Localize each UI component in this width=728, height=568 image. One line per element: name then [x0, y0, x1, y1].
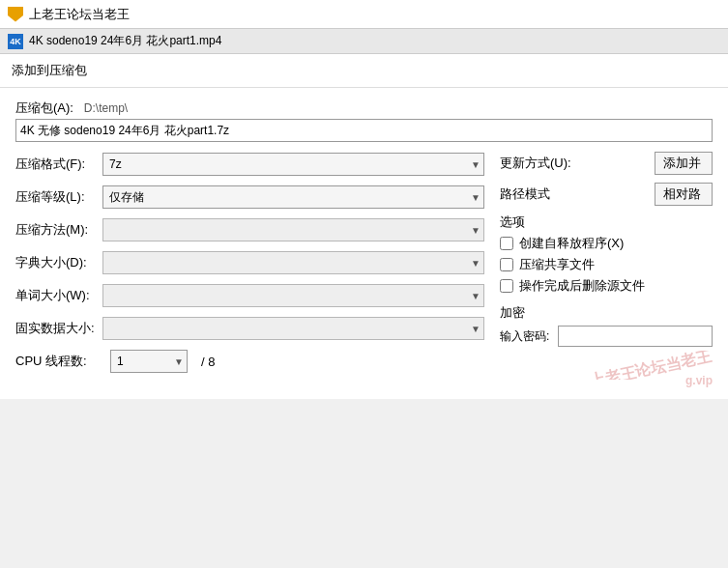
option-delete-source-label: 操作完成后删除源文件 [519, 277, 645, 295]
path-mode-value[interactable]: 相对路 [655, 183, 713, 206]
solid-select-wrapper: ▼ [102, 317, 484, 340]
options-title: 选项 [500, 213, 713, 231]
update-method-value[interactable]: 添加并 [655, 152, 713, 175]
option-shared-files-label: 压缩共享文件 [519, 256, 595, 273]
path-mode-label: 路径模式 [500, 185, 655, 203]
path-mode-row: 路径模式 相对路 [500, 183, 713, 206]
level-label: 压缩等级(L): [15, 188, 102, 206]
format-label: 压缩格式(F): [15, 156, 102, 173]
dialog-body: 压缩包(A): D:\temp\ 压缩格式(F): 7z zip tar ▼ [0, 88, 728, 399]
update-method-row: 更新方式(U): 添加并 [500, 152, 713, 175]
dict-row: 字典大小(D): ▼ [15, 250, 484, 275]
file-icon: 4K [8, 34, 23, 49]
archive-path-input[interactable] [15, 119, 713, 142]
dialog-title: 添加到压缩包 [12, 63, 87, 77]
option-self-extract-row: 创建自释放程序(X) [500, 235, 713, 252]
cpu-select[interactable]: 1 2 4 8 [110, 350, 188, 373]
archive-path-section: 压缩包(A): D:\temp\ [15, 99, 713, 142]
solid-select[interactable] [102, 317, 484, 340]
cpu-select-wrapper: 1 2 4 8 ▼ [110, 350, 188, 373]
method-select-wrapper: ▼ [102, 218, 484, 241]
word-select-wrapper: ▼ [102, 284, 484, 307]
method-row: 压缩方法(M): ▼ [15, 217, 484, 242]
format-select-wrapper: 7z zip tar ▼ [102, 153, 484, 176]
format-select[interactable]: 7z zip tar [102, 153, 484, 176]
password-label: 输入密码: [500, 328, 554, 345]
update-method-label: 更新方式(U): [500, 155, 655, 172]
cpu-label: CPU 线程数: [15, 353, 102, 370]
archive-label: 压缩包(A): D:\temp\ [15, 99, 713, 117]
option-self-extract-label: 创建自释放程序(X) [519, 235, 624, 252]
password-input[interactable] [558, 326, 713, 347]
subtitle-bar: 4K 4K sodeno19 24年6月 花火part1.mp4 [0, 29, 728, 54]
watermark-text-1: 上老王论坛当老王 [588, 351, 713, 380]
cpu-fraction: / 8 [201, 355, 215, 369]
option-shared-files-row: 压缩共享文件 [500, 256, 713, 273]
file-name: 4K sodeno19 24年6月 花火part1.mp4 [29, 33, 221, 49]
title-bar: 上老王论坛当老王 [0, 0, 728, 29]
word-label: 单词大小(W): [15, 287, 102, 304]
dict-select[interactable] [102, 251, 484, 274]
word-row: 单词大小(W): ▼ [15, 283, 484, 308]
format-row: 压缩格式(F): 7z zip tar ▼ [15, 152, 484, 177]
archive-path-prefix: D:\temp\ [84, 101, 128, 115]
encrypt-title: 加密 [500, 304, 713, 322]
level-row: 压缩等级(L): 仅存储 最快 快速 普通 最大 极限 ▼ [15, 185, 484, 210]
dialog-header: 添加到压缩包 [0, 54, 728, 88]
password-row: 输入密码: [500, 326, 713, 347]
option-shared-files-checkbox[interactable] [500, 258, 513, 271]
option-self-extract-checkbox[interactable] [500, 237, 513, 250]
level-select-wrapper: 仅存储 最快 快速 普通 最大 极限 ▼ [102, 185, 484, 209]
watermark-container: 上老王论坛当老王 [562, 351, 713, 380]
option-delete-source-checkbox[interactable] [500, 279, 513, 293]
window-title: 上老王论坛当老王 [29, 6, 130, 23]
option-delete-source-row: 操作完成后删除源文件 [500, 277, 713, 295]
cpu-row: CPU 线程数: 1 2 4 8 ▼ / 8 [15, 349, 484, 374]
word-select[interactable] [102, 284, 484, 307]
method-label: 压缩方法(M): [15, 221, 102, 239]
options-section: 选项 创建自释放程序(X) 压缩共享文件 操作完成后删除源文件 [500, 213, 713, 295]
method-select[interactable] [102, 218, 484, 241]
dict-label: 字典大小(D): [15, 254, 102, 271]
right-column: 更新方式(U): 添加并 路径模式 相对路 选项 创建自释放程序(X) 压缩共享… [500, 152, 713, 387]
app-icon [8, 7, 23, 22]
dict-select-wrapper: ▼ [102, 251, 484, 274]
solid-row: 固实数据大小: ▼ [15, 316, 484, 341]
encrypt-section: 加密 输入密码: 上老王论坛当老王 g.vip [500, 304, 713, 387]
left-column: 压缩格式(F): 7z zip tar ▼ 压缩等级(L): 仅存储 最快 [15, 152, 484, 387]
main-columns: 压缩格式(F): 7z zip tar ▼ 压缩等级(L): 仅存储 最快 [15, 152, 713, 387]
solid-label: 固实数据大小: [15, 320, 102, 337]
level-select[interactable]: 仅存储 最快 快速 普通 最大 极限 [102, 185, 484, 209]
